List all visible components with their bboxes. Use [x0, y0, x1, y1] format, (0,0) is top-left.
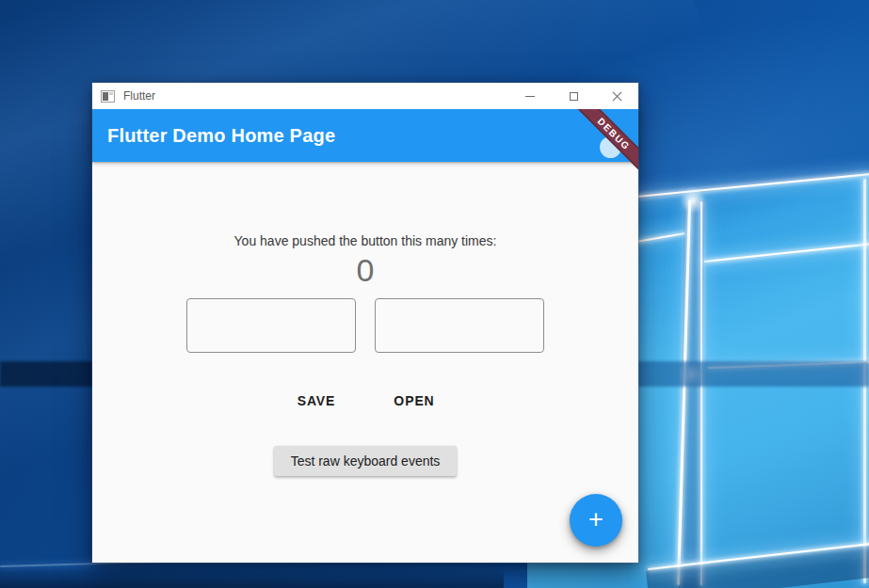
counter-value: 0: [357, 252, 375, 288]
wallpaper-bottom-shade: [0, 567, 504, 588]
windows-logo-glow-line: [677, 199, 691, 585]
minimize-button[interactable]: [508, 83, 552, 109]
desktop-wallpaper: Flutter Flutter Demo Home Page DEBUG: [0, 0, 869, 588]
open-button[interactable]: OPEN: [384, 393, 444, 408]
save-button[interactable]: SAVE: [286, 393, 346, 408]
windows-logo-glow-line: [636, 173, 869, 198]
maximize-icon: [570, 92, 578, 101]
appbar: Flutter Demo Home Page DEBUG: [92, 109, 638, 162]
windows-logo-glow-bloom: [678, 361, 704, 388]
app-body: You have pushed the button this many tim…: [92, 162, 638, 563]
windows-logo-glow-bloom: [680, 187, 706, 214]
test-raw-keyboard-events-button[interactable]: Test raw keyboard events: [274, 446, 457, 476]
flutter-app-window: Flutter Flutter Demo Home Page DEBUG: [92, 83, 638, 563]
windows-logo-glow-line: [700, 201, 702, 585]
windows-logo-glow-line: [648, 542, 869, 570]
windows-logo-glow-line: [708, 361, 869, 369]
app-window-icon: [101, 90, 115, 103]
text-fields-row: [186, 298, 544, 353]
fab-add-button[interactable]: +: [570, 494, 622, 547]
wallpaper-bottom-shade: [646, 544, 869, 588]
windows-logo-glow-line: [636, 232, 685, 243]
maximize-button[interactable]: [552, 83, 595, 109]
window-titlebar[interactable]: Flutter: [92, 83, 638, 109]
window-title: Flutter: [123, 89, 155, 103]
page-title: Flutter Demo Home Page: [107, 125, 335, 147]
text-field-1[interactable]: [186, 298, 356, 353]
minimize-icon: [525, 96, 535, 97]
close-button[interactable]: [595, 83, 638, 109]
action-buttons-row: SAVE OPEN: [286, 393, 444, 408]
windows-logo-glow-line: [704, 243, 869, 262]
text-field-2[interactable]: [375, 298, 544, 353]
windows-logo-glow-line: [863, 179, 866, 583]
windows-logo-vertical-gap: [679, 199, 705, 588]
close-icon: [611, 90, 623, 103]
plus-icon: +: [588, 507, 603, 532]
window-controls: [508, 83, 638, 109]
ripple-highlight: [600, 136, 621, 158]
counter-label: You have pushed the button this many tim…: [234, 233, 497, 248]
